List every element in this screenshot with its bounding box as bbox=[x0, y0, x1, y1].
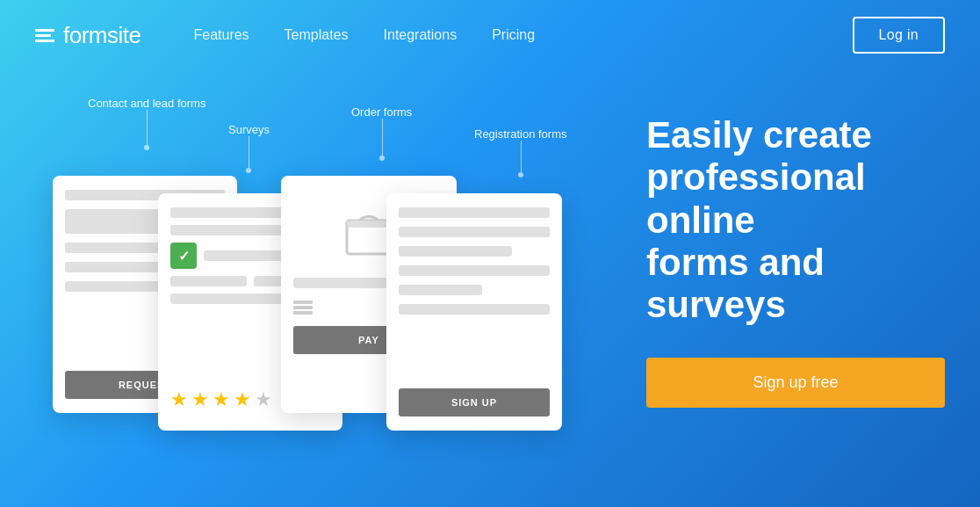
svg-rect-1 bbox=[347, 221, 391, 228]
label-registration: Registration forms bbox=[474, 127, 566, 141]
reg-field-6 bbox=[399, 304, 550, 315]
signup-button[interactable]: SIGN UP bbox=[399, 388, 550, 416]
reg-field-1 bbox=[399, 207, 550, 218]
right-content: Easily create professional online forms … bbox=[629, 88, 945, 408]
star-5: ★ bbox=[255, 388, 272, 411]
star-3: ★ bbox=[213, 388, 230, 411]
survey-checkbox bbox=[170, 243, 197, 269]
reg-field-5 bbox=[399, 285, 482, 295]
label-contact: Contact and lead forms bbox=[88, 97, 205, 110]
login-button[interactable]: Log in bbox=[853, 17, 945, 54]
survey-field-3 bbox=[170, 276, 247, 286]
hero-title: Easily create professional online forms … bbox=[646, 114, 945, 326]
survey-field-5 bbox=[170, 293, 291, 304]
hero-section: Contact and lead forms Surveys Order for… bbox=[0, 70, 980, 507]
star-2: ★ bbox=[191, 388, 209, 411]
nav-integrations[interactable]: Integrations bbox=[384, 27, 458, 43]
stripe-icon bbox=[293, 301, 313, 315]
forms-area: Contact and lead forms Surveys Order for… bbox=[35, 88, 629, 457]
header: formsite Features Templates Integrations… bbox=[0, 0, 980, 70]
logo[interactable]: formsite bbox=[35, 22, 141, 49]
nav-features[interactable]: Features bbox=[193, 27, 249, 43]
nav-pricing[interactable]: Pricing bbox=[492, 27, 535, 43]
signup-free-button[interactable]: Sign up free bbox=[646, 358, 945, 408]
logo-icon bbox=[35, 29, 54, 42]
reg-field-4 bbox=[399, 265, 550, 276]
nav-templates[interactable]: Templates bbox=[285, 27, 349, 43]
label-order: Order forms bbox=[351, 105, 412, 119]
star-4: ★ bbox=[234, 388, 251, 411]
star-1: ★ bbox=[170, 388, 188, 411]
label-surveys: Surveys bbox=[228, 123, 270, 136]
reg-field-2 bbox=[399, 227, 550, 237]
main-nav: Features Templates Integrations Pricing bbox=[193, 27, 852, 43]
registration-form-card: SIGN UP bbox=[386, 193, 562, 431]
logo-text: formsite bbox=[63, 22, 141, 49]
reg-field-3 bbox=[399, 246, 512, 257]
